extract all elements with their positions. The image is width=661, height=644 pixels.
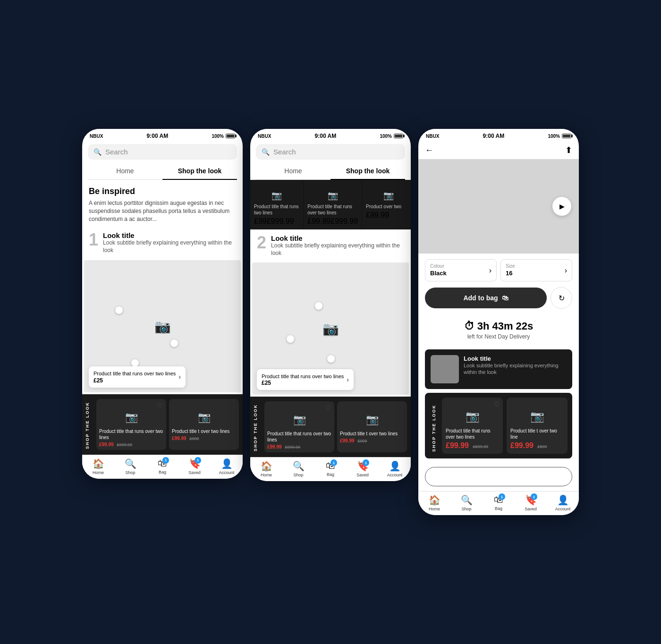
nav-account-3[interactable]: 👤 Account <box>547 494 579 511</box>
saved-badge-3: 1 <box>531 493 537 500</box>
add-to-bag-label: Add to bag <box>463 294 498 302</box>
battery-2: 100% <box>380 134 403 139</box>
overlay-chevron-1[interactable]: › <box>178 373 181 381</box>
look-image-1: 📷 Product title that runs over two lines… <box>84 260 241 392</box>
search-input-2[interactable]: Search <box>273 148 296 156</box>
nav-home-1[interactable]: 🏠 Home <box>82 458 114 475</box>
product-title-2b: Product title t over two lines <box>340 431 404 437</box>
product-price-1a: £99.99 £999.99 <box>99 442 163 447</box>
product-title-1a: Product title that runs over two lines <box>99 428 163 441</box>
nav-tabs-1: Home Shop the look <box>88 162 237 180</box>
screen2-top-carousel: 📷 Product title that runs two lines £99£… <box>250 180 411 229</box>
shop-the-look-label-1: SHOP THE LOOK <box>82 394 93 455</box>
look-number-1: 1 <box>89 231 98 248</box>
product-card-overlay-1[interactable]: Product title that runs over two lines £… <box>89 366 186 387</box>
screen2-scroll: 📷 Product title that runs two lines £99£… <box>250 180 411 457</box>
product-card-2a[interactable]: ♡ 📷 Product title that runs over two lin… <box>264 401 334 452</box>
heart-icon-3a[interactable]: ♡ <box>494 400 500 408</box>
look-item-2: 2 Look title Look subtitle briefly expla… <box>250 229 411 263</box>
nav-shop-1[interactable]: 🔍 Shop <box>114 458 146 475</box>
dot-3[interactable] <box>131 359 139 367</box>
nav-bag-2[interactable]: 1 🛍 Bag <box>314 460 347 477</box>
s2-price-3: £99.99 <box>364 211 411 220</box>
search-bar-1[interactable]: 🔍 Search <box>88 144 237 160</box>
tab-home-2[interactable]: Home <box>256 162 330 179</box>
look-info-2: Look title Look subtitle briefly explain… <box>271 234 404 257</box>
dot-1[interactable] <box>115 306 123 314</box>
wishlist-button[interactable]: ↻ <box>551 287 572 309</box>
s2-carousel-item-3[interactable]: 📷 Product over two £99.99 <box>362 180 411 229</box>
account-icon-1: 👤 <box>221 458 233 469</box>
look-product-card-3a[interactable]: ♡ 📷 Product title that runs over two lin… <box>442 398 503 454</box>
nav-home-label-2: Home <box>261 473 272 477</box>
heart-icon-1a[interactable]: ♡ <box>157 402 163 409</box>
search-bar-2[interactable]: 🔍 Search <box>256 144 405 160</box>
tab-shop-the-look-2[interactable]: Shop the look <box>330 162 405 179</box>
nav-saved-2[interactable]: 1 🔖 Saved <box>347 460 379 477</box>
heart-icon-2a[interactable]: ♡ <box>325 404 331 412</box>
product-card-overlay-2[interactable]: Product title that runs over two lines £… <box>257 369 354 390</box>
look-detail-subtitle: Look subtitle briefly explaining everyth… <box>464 362 567 376</box>
share-button[interactable]: ⬆ <box>565 145 572 155</box>
overlay-title-2: Product title that runs over two lines <box>262 373 344 380</box>
dot-2b[interactable] <box>287 335 294 343</box>
play-button[interactable]: ▶ <box>552 197 571 216</box>
nav-bag-label-1: Bag <box>159 470 166 475</box>
overlay-title-1: Product title that runs over two lines <box>93 370 176 377</box>
product-card-1a[interactable]: ♡ 📷 Product title that runs over two lin… <box>96 399 166 450</box>
delivery-timer: ⏱ 3h 43m 22s left for Next Day Delivery <box>418 314 579 346</box>
s2-carousel-item-1[interactable]: 📷 Product title that runs two lines £99£… <box>250 180 304 229</box>
status-bar-3: NBUX 9:00 AM 100% <box>418 129 579 141</box>
phone-screen-2: NBUX 9:00 AM 100% 🔍 Search Home Shop the… <box>250 129 411 481</box>
battery-1: 100% <box>212 134 235 139</box>
look-number-row-1: 1 Look title Look subtitle briefly expla… <box>89 231 236 254</box>
product-card-1b[interactable]: 📷 Product title t over two lines £99.99 … <box>169 399 239 450</box>
nav-account-1[interactable]: 👤 Account <box>211 458 243 475</box>
s2-carousel-item-2[interactable]: 📷 Product title that runs over two lines… <box>304 180 362 229</box>
look-detail-title: Look title <box>464 355 567 362</box>
dot-2c[interactable] <box>327 355 335 363</box>
account-icon-2: 👤 <box>389 460 401 472</box>
product-card-2b[interactable]: 📷 Product title t over two lines £99.99 … <box>337 401 407 452</box>
status-bar-1: NBUX 9:00 AM 100% <box>82 129 243 141</box>
time-label-1: 9:00 AM <box>147 133 169 139</box>
colour-selector[interactable]: Colour Black › <box>425 259 497 281</box>
get-more-inspiration-button[interactable]: Get more inspiration <box>425 467 572 486</box>
nav-shop-3[interactable]: 🔍 Shop <box>450 494 483 511</box>
dot-2a[interactable] <box>315 302 322 310</box>
nav-home-2[interactable]: 🏠 Home <box>250 460 282 477</box>
nav-saved-1[interactable]: 1 🔖 Saved <box>178 458 211 475</box>
product-price-3a: £99.99 £899.99 <box>446 441 499 450</box>
dot-2[interactable] <box>170 339 178 347</box>
nav-account-label-2: Account <box>387 473 403 477</box>
s2-title-2: Product title that runs over two lines <box>305 203 360 216</box>
look-image-2: 📷 Product title that runs over two lines… <box>252 263 409 395</box>
colour-value: Black <box>430 270 447 277</box>
nav-account-2[interactable]: 👤 Account <box>379 460 411 477</box>
nav-bag-3[interactable]: 1 🛍 Bag <box>483 494 515 511</box>
look-detail-card: Look title Look subtitle briefly explain… <box>425 349 572 389</box>
overlay-chevron-2[interactable]: › <box>347 376 349 383</box>
look-product-card-3b[interactable]: 📷 Product title t over two line £99.99 £… <box>507 398 568 454</box>
overlay-price-2: £25 <box>262 380 344 386</box>
size-selector[interactable]: Size 16 › <box>500 259 572 281</box>
s2-price-1: £99£999.99 <box>252 217 301 226</box>
nav-bag-1[interactable]: 1 🛍 Bag <box>146 458 178 475</box>
timer-value: 3h 43m 22s <box>477 320 534 332</box>
tab-shop-the-look-1[interactable]: Shop the look <box>162 162 237 179</box>
nav-account-label-1: Account <box>219 470 235 475</box>
nav-saved-label-1: Saved <box>188 470 201 475</box>
search-input-1[interactable]: Search <box>105 148 128 156</box>
colour-label: Colour <box>430 263 447 269</box>
nav-shop-2[interactable]: 🔍 Shop <box>282 460 314 477</box>
timer-text: ⏱ 3h 43m 22s <box>464 320 534 332</box>
tab-home-1[interactable]: Home <box>88 162 162 179</box>
add-to-bag-button[interactable]: Add to bag 🛍 <box>425 288 547 308</box>
nav-saved-3[interactable]: 1 🔖 Saved <box>515 494 547 511</box>
size-info: Size 16 <box>506 263 515 277</box>
look-number-row-2: 2 Look title Look subtitle briefly expla… <box>257 234 404 257</box>
back-button[interactable]: ← <box>425 145 433 155</box>
nav-home-3[interactable]: 🏠 Home <box>418 494 450 511</box>
screen3-scroll: ▶ Colour Black › Size 16 › <box>418 159 579 491</box>
look-title-1: Look title <box>103 231 236 239</box>
